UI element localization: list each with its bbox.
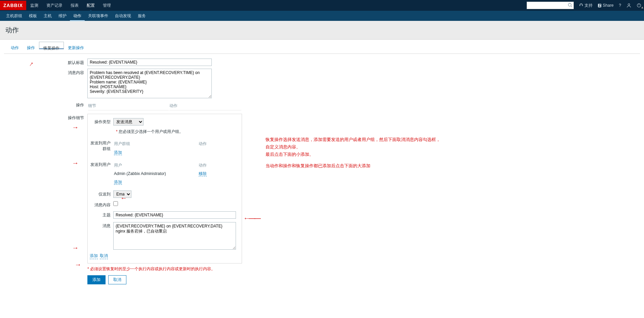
- sub-nav: 主机群组 模板 主机 维护 动作 关联项事件 自动发现 服务: [0, 11, 644, 21]
- svg-point-2: [628, 4, 630, 5]
- nav-monitoring[interactable]: 监测: [26, 0, 42, 11]
- message-label: 消息: [88, 222, 113, 229]
- annotation-arrow: [72, 124, 79, 131]
- user-groups-table: 用户群组 动作 添加: [113, 139, 236, 156]
- col-group-action: 动作: [199, 140, 236, 148]
- share-badge-icon: Z: [598, 4, 601, 7]
- nav-administration[interactable]: 管理: [99, 0, 115, 11]
- share-label: Share: [603, 3, 613, 8]
- scroll-up-icon[interactable]: [641, 5, 643, 12]
- share-button[interactable]: Z Share: [595, 3, 616, 8]
- tab-update-operations[interactable]: 更新操作: [64, 42, 88, 54]
- annotation-block-1: 恢复操作选择发送消息，添加需要发送的用户或者用户组，然后下面取消消息内容勾选框，…: [266, 136, 440, 158]
- default-subject-input[interactable]: [87, 59, 212, 66]
- annotation-block-2: 当动作和操作和恢复操作都已添加后点击下面的大添加: [266, 162, 370, 170]
- search-box: [527, 2, 574, 9]
- inner-cancel-link[interactable]: 取消: [100, 253, 108, 259]
- page-title: 动作: [0, 21, 644, 40]
- send-groups-label: 发送到用户群组: [88, 139, 113, 152]
- svg-point-0: [568, 3, 571, 6]
- op-type-label: 操作类型: [88, 118, 113, 125]
- msg-content-label: 消息内容: [88, 201, 113, 208]
- user-icon[interactable]: [624, 3, 634, 8]
- subnav-services[interactable]: 服务: [134, 11, 149, 21]
- support-button[interactable]: 支持: [576, 3, 595, 8]
- headset-icon: [579, 3, 583, 8]
- add-group-link[interactable]: 添加: [114, 150, 122, 155]
- top-nav: 监测 资产记录 报表 配置 管理: [26, 0, 115, 11]
- col-usergroup: 用户群组: [114, 140, 198, 148]
- subnav-maintenance[interactable]: 维护: [55, 11, 70, 21]
- svg-line-1: [571, 6, 572, 7]
- tab-action[interactable]: 动作: [7, 42, 23, 54]
- col-user: 用户: [114, 162, 198, 169]
- top-bar: ZABBIX 监测 资产记录 报表 配置 管理 支持 Z Share ?: [0, 0, 644, 11]
- subnav-hostgroups[interactable]: 主机群组: [3, 11, 26, 21]
- ops-col-action: 动作: [169, 102, 241, 110]
- annotation-arrow: [72, 244, 79, 251]
- send-users-label: 发送到用户: [88, 161, 113, 168]
- tab-recovery-operations[interactable]: 恢复操作: [39, 42, 64, 49]
- inner-add-link[interactable]: 添加: [90, 253, 98, 259]
- subject-input[interactable]: [113, 211, 236, 219]
- subnav-correlation[interactable]: 关联项事件: [85, 11, 112, 21]
- operation-detail-box: 操作类型 发送消息 您必须至少选择一个用户或用户组。 发送到用户群组 用户群组 …: [87, 114, 242, 263]
- user-admin-cell: Admin (Zabbix Administrator): [114, 170, 198, 177]
- cancel-button[interactable]: 取消: [108, 275, 126, 284]
- subnav-hosts[interactable]: 主机: [40, 11, 55, 21]
- submit-button[interactable]: 添加: [87, 275, 106, 284]
- spacer2: [4, 275, 87, 277]
- subnav-discovery[interactable]: 自动发现: [112, 11, 134, 21]
- must-select-hint: 您必须至少选择一个用户或用户组。: [88, 129, 242, 135]
- default-message-textarea[interactable]: [87, 69, 212, 98]
- default-message-label: 消息内容: [4, 69, 87, 76]
- ops-col-detail: 细节: [88, 102, 169, 110]
- form-tabs: 动作 操作 恢复操作 更新操作: [4, 42, 640, 54]
- nav-configuration[interactable]: 配置: [83, 0, 99, 11]
- col-user-action: 动作: [199, 162, 236, 169]
- annotation-arrow: [72, 160, 79, 166]
- help-icon[interactable]: ?: [616, 3, 624, 8]
- annotation-arrow: [120, 195, 127, 201]
- operation-detail-label: 操作细节: [4, 114, 87, 121]
- operations-table: 细节 动作: [87, 101, 242, 111]
- subject-label: 主题: [88, 211, 113, 218]
- message-textarea[interactable]: [113, 222, 236, 250]
- annotation-arrow: ——: [243, 215, 259, 221]
- nav-reports[interactable]: 报表: [67, 0, 83, 11]
- remove-user-link[interactable]: 移除: [199, 171, 207, 176]
- annotation-arrow: [75, 261, 81, 268]
- subnav-templates[interactable]: 模板: [26, 11, 40, 21]
- send-only-label: 仅送到: [88, 190, 113, 197]
- msg-content-checkbox[interactable]: [113, 201, 118, 206]
- add-user-link[interactable]: 添加: [114, 180, 122, 185]
- content-area: 动作 操作 恢复操作 更新操作 默认标题 消息内容 操作 细节 动作 操作细节: [0, 40, 644, 301]
- search-icon[interactable]: [568, 3, 572, 8]
- default-subject-label: 默认标题: [4, 59, 87, 66]
- support-label: 支持: [585, 3, 593, 8]
- operations-label: 操作: [4, 101, 87, 108]
- top-right: 支持 Z Share ?: [527, 2, 644, 9]
- users-table: 用户 动作 Admin (Zabbix Administrator) 移除 添加: [113, 161, 236, 186]
- recovery-warning: * 必须设置恢复时的至少一个执行内容或执行内容或更新时的执行内容。: [87, 266, 215, 272]
- subnav-actions[interactable]: 动作: [70, 11, 85, 21]
- nav-inventory[interactable]: 资产记录: [42, 0, 67, 11]
- op-type-select[interactable]: 发送消息: [113, 118, 144, 126]
- tab-operations[interactable]: 操作: [23, 42, 39, 54]
- logo: ZABBIX: [0, 1, 26, 10]
- table-row: Admin (Zabbix Administrator) 移除: [114, 170, 236, 177]
- search-input[interactable]: [527, 2, 574, 9]
